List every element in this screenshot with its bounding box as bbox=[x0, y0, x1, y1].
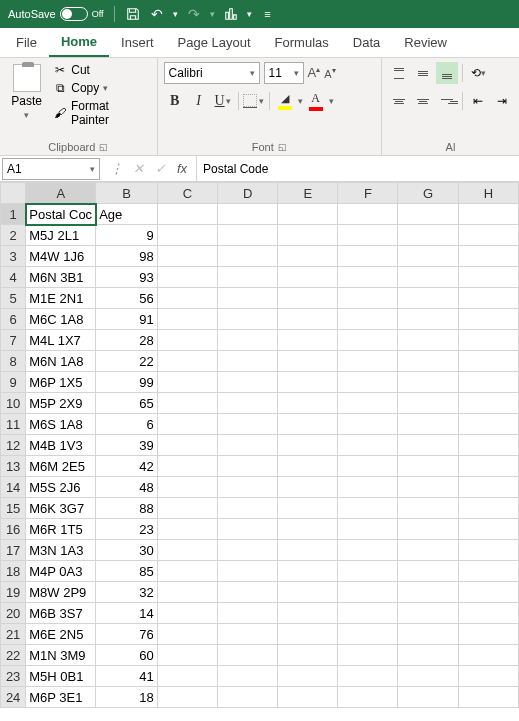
row-header[interactable]: 1 bbox=[1, 204, 26, 225]
cell[interactable]: M6E 2N5 bbox=[26, 624, 96, 645]
column-header-C[interactable]: C bbox=[157, 183, 217, 204]
cell[interactable]: M1N 3M9 bbox=[26, 645, 96, 666]
cell[interactable] bbox=[458, 666, 518, 687]
cell[interactable] bbox=[218, 414, 278, 435]
cell[interactable] bbox=[278, 267, 338, 288]
font-name-select[interactable]: Calibri ▾ bbox=[164, 62, 260, 84]
cell[interactable] bbox=[398, 351, 458, 372]
cell[interactable] bbox=[398, 267, 458, 288]
cell[interactable] bbox=[458, 309, 518, 330]
cell[interactable] bbox=[218, 204, 278, 225]
bold-button[interactable]: B bbox=[164, 90, 186, 112]
cell[interactable] bbox=[458, 330, 518, 351]
cell[interactable] bbox=[218, 561, 278, 582]
cell[interactable] bbox=[278, 666, 338, 687]
cell[interactable]: 39 bbox=[96, 435, 158, 456]
cell[interactable] bbox=[157, 330, 217, 351]
cell[interactable] bbox=[157, 519, 217, 540]
row-header[interactable]: 22 bbox=[1, 645, 26, 666]
cell[interactable] bbox=[157, 372, 217, 393]
worksheet-grid[interactable]: ABCDEFGH 1Postal CocAge2M5J 2L193M4W 1J6… bbox=[0, 182, 519, 708]
align-right-button[interactable] bbox=[436, 90, 458, 112]
cell[interactable] bbox=[218, 309, 278, 330]
increase-indent-button[interactable]: ⇥ bbox=[491, 90, 513, 112]
cell[interactable]: 22 bbox=[96, 351, 158, 372]
cell[interactable] bbox=[218, 435, 278, 456]
cell[interactable] bbox=[278, 540, 338, 561]
cell[interactable] bbox=[218, 603, 278, 624]
cell[interactable] bbox=[398, 246, 458, 267]
cell[interactable]: M3N 1A3 bbox=[26, 540, 96, 561]
cell[interactable] bbox=[157, 309, 217, 330]
cell[interactable] bbox=[338, 498, 398, 519]
cell[interactable] bbox=[398, 540, 458, 561]
cell[interactable] bbox=[278, 582, 338, 603]
cell[interactable] bbox=[218, 393, 278, 414]
format-painter-button[interactable]: 🖌 Format Painter bbox=[51, 98, 150, 128]
italic-button[interactable]: I bbox=[188, 90, 210, 112]
cell[interactable] bbox=[157, 204, 217, 225]
cell[interactable] bbox=[278, 330, 338, 351]
column-header-F[interactable]: F bbox=[338, 183, 398, 204]
cell[interactable]: 18 bbox=[96, 687, 158, 708]
chart-icon[interactable] bbox=[223, 6, 239, 22]
cell[interactable]: M8W 2P9 bbox=[26, 582, 96, 603]
cell[interactable] bbox=[278, 561, 338, 582]
tab-review[interactable]: Review bbox=[392, 29, 459, 56]
cell[interactable] bbox=[398, 645, 458, 666]
row-header[interactable]: 11 bbox=[1, 414, 26, 435]
cell[interactable] bbox=[278, 645, 338, 666]
orientation-button[interactable]: ⟲▾ bbox=[467, 62, 489, 84]
cancel-icon[interactable]: ✕ bbox=[128, 161, 148, 176]
copy-button[interactable]: ⧉ Copy ▾ bbox=[51, 80, 150, 96]
cell[interactable]: 14 bbox=[96, 603, 158, 624]
cell[interactable]: 41 bbox=[96, 666, 158, 687]
cell[interactable] bbox=[458, 435, 518, 456]
row-header[interactable]: 13 bbox=[1, 456, 26, 477]
cell[interactable] bbox=[218, 582, 278, 603]
cell[interactable] bbox=[398, 330, 458, 351]
cell[interactable] bbox=[157, 288, 217, 309]
cell[interactable] bbox=[157, 414, 217, 435]
align-middle-button[interactable] bbox=[412, 62, 434, 84]
cell[interactable]: M6M 2E5 bbox=[26, 456, 96, 477]
cell[interactable] bbox=[218, 267, 278, 288]
cell[interactable] bbox=[398, 414, 458, 435]
increase-font-icon[interactable]: A▴ bbox=[308, 65, 321, 80]
cell[interactable] bbox=[218, 540, 278, 561]
cell[interactable]: 65 bbox=[96, 393, 158, 414]
undo-icon[interactable]: ↶ bbox=[149, 6, 165, 22]
paste-button[interactable]: Paste ▾ bbox=[6, 62, 47, 122]
row-header[interactable]: 8 bbox=[1, 351, 26, 372]
tab-home[interactable]: Home bbox=[49, 28, 109, 57]
align-center-button[interactable] bbox=[412, 90, 434, 112]
undo-dropdown-icon[interactable]: ▾ bbox=[173, 9, 178, 19]
cell[interactable] bbox=[458, 204, 518, 225]
cell[interactable] bbox=[458, 477, 518, 498]
cell[interactable] bbox=[458, 645, 518, 666]
cell[interactable] bbox=[157, 498, 217, 519]
cell[interactable] bbox=[278, 477, 338, 498]
cell[interactable]: M6S 1A8 bbox=[26, 414, 96, 435]
cell[interactable] bbox=[218, 246, 278, 267]
name-box[interactable]: A1 ▾ bbox=[2, 158, 100, 180]
cell[interactable] bbox=[338, 582, 398, 603]
enter-icon[interactable]: ✓ bbox=[150, 161, 170, 176]
cell[interactable]: M6P 1X5 bbox=[26, 372, 96, 393]
cell[interactable] bbox=[458, 603, 518, 624]
row-header[interactable]: 17 bbox=[1, 540, 26, 561]
cell[interactable] bbox=[398, 372, 458, 393]
decrease-indent-button[interactable]: ⇤ bbox=[467, 90, 489, 112]
cell[interactable] bbox=[278, 372, 338, 393]
cell[interactable] bbox=[338, 414, 398, 435]
cell[interactable] bbox=[398, 687, 458, 708]
cell[interactable] bbox=[398, 225, 458, 246]
cell[interactable] bbox=[398, 456, 458, 477]
cell[interactable] bbox=[278, 351, 338, 372]
cell[interactable] bbox=[157, 435, 217, 456]
cut-button[interactable]: ✂ Cut bbox=[51, 62, 150, 78]
row-header[interactable]: 15 bbox=[1, 498, 26, 519]
row-header[interactable]: 24 bbox=[1, 687, 26, 708]
column-header-A[interactable]: A bbox=[26, 183, 96, 204]
tab-insert[interactable]: Insert bbox=[109, 29, 166, 56]
